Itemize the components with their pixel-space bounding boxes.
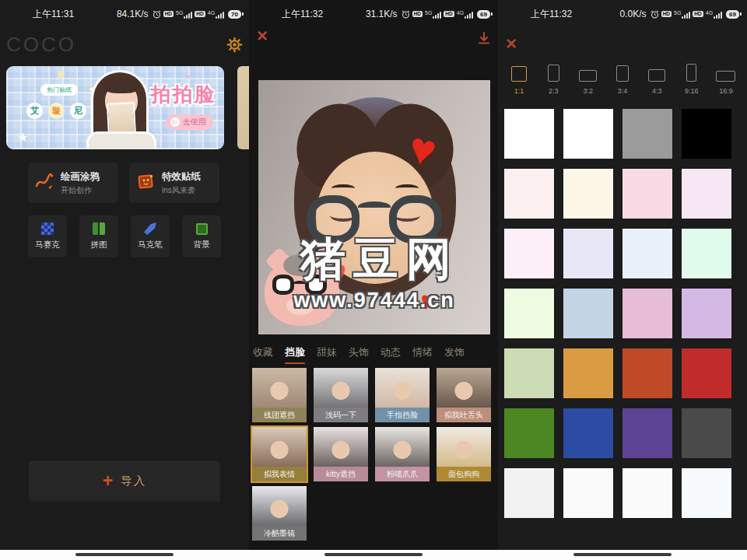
status-bar: 上午11:32 0.0K/s HD 5G HD 4G 69	[498, 0, 747, 23]
color-swatch[interactable]	[504, 468, 554, 518]
battery-icon: 69	[726, 10, 739, 19]
mini-tool-cards-row: 马赛克 拼图 马克笔 背景	[28, 215, 221, 257]
navigation-strip	[498, 550, 747, 560]
color-swatch[interactable]	[563, 289, 613, 338]
tool-card[interactable]: 特效贴纸 ins风来袭	[129, 163, 219, 203]
ratio-16:9[interactable]: 16:9	[710, 64, 742, 95]
color-swatch[interactable]	[504, 348, 554, 398]
color-swatch[interactable]	[504, 169, 554, 219]
tool-card-title: 绘画涂鸦	[61, 170, 100, 184]
sticker-caption: kitty遮挡	[314, 467, 368, 481]
sticker-item[interactable]: 拟我吐舌头	[437, 368, 491, 422]
signal-5g-icon: 5G	[425, 10, 441, 19]
sticker-caption: 浅码一下	[314, 408, 368, 422]
color-swatch[interactable]	[622, 289, 672, 338]
mini-tool-card[interactable]: 拼图	[79, 215, 118, 257]
home-indicator[interactable]	[573, 553, 672, 556]
tool-card-text: 绘画涂鸦 开始创作	[61, 170, 100, 196]
ratio-9:16[interactable]: 9:16	[675, 64, 708, 95]
photo-canvas[interactable]: ♥ ♥ ♥ 猪豆网 www.97444.cn	[258, 80, 490, 334]
color-swatch[interactable]	[622, 468, 672, 518]
banner-cta-button[interactable]: ▷ 去使用	[166, 114, 213, 130]
signal-4g-icon: 4G	[457, 10, 473, 19]
color-swatch[interactable]	[563, 408, 613, 458]
sticker-item[interactable]: 拟我表情	[252, 427, 307, 481]
ratio-2:3[interactable]: 2:3	[537, 64, 570, 95]
ratio-1:1[interactable]: 1:1	[503, 64, 535, 95]
tab-甜妹[interactable]: 甜妹	[317, 345, 337, 364]
mini-tool-card[interactable]: 马克笔	[131, 215, 170, 257]
color-swatch[interactable]	[682, 289, 731, 338]
sticker-item[interactable]: 线团遮挡	[252, 368, 307, 422]
color-swatch[interactable]	[682, 109, 731, 159]
color-swatch[interactable]	[504, 229, 554, 278]
close-icon[interactable]: ×	[506, 34, 517, 53]
sticker-item[interactable]: 面包狗狗	[437, 427, 491, 481]
sticker-item[interactable]: 浅码一下	[314, 368, 368, 422]
color-swatch[interactable]	[563, 109, 613, 159]
glasses-bridge	[358, 201, 391, 212]
sticker-caption: 线团遮挡	[252, 408, 307, 422]
mini-tool-card[interactable]: 马赛克	[28, 215, 67, 257]
color-swatch[interactable]	[563, 468, 613, 518]
signal-5g-icon: 5G	[674, 10, 690, 19]
tab-头饰[interactable]: 头饰	[349, 345, 369, 364]
color-swatch-transparent[interactable]	[504, 109, 554, 159]
tab-挡脸[interactable]: 挡脸	[285, 345, 305, 364]
color-swatch[interactable]	[622, 109, 672, 159]
color-swatch[interactable]	[622, 169, 672, 219]
home-indicator[interactable]	[75, 553, 174, 556]
import-button[interactable]: + 导入	[29, 460, 220, 502]
color-swatch[interactable]	[622, 348, 672, 398]
close-icon[interactable]: ×	[257, 26, 268, 45]
color-swatch[interactable]	[682, 468, 731, 518]
app-logo: COCO	[6, 33, 76, 57]
settings-gear-icon[interactable]	[226, 37, 243, 53]
color-swatch[interactable]	[504, 289, 554, 338]
home-indicator[interactable]	[324, 553, 423, 556]
tab-收藏[interactable]: 收藏	[253, 345, 273, 364]
sticker-item[interactable]: 冷酷墨镜	[252, 486, 307, 541]
tab-发饰[interactable]: 发饰	[444, 345, 465, 364]
next-banner-peek[interactable]	[237, 66, 249, 149]
sticker-caption: 冷酷墨镜	[252, 526, 307, 541]
color-swatch[interactable]	[563, 169, 613, 219]
tab-动态[interactable]: 动态	[381, 345, 401, 364]
tool-card-subtitle: 开始创作	[61, 185, 100, 196]
hd-icon: HD	[195, 11, 205, 18]
avatar-brow	[395, 184, 419, 192]
battery-icon: 70	[228, 10, 241, 19]
watermark-title: 猪豆网	[258, 229, 490, 290]
mini-tool-card[interactable]: 背景	[182, 215, 221, 257]
download-icon[interactable]	[477, 31, 491, 48]
ratio-3:4[interactable]: 3:4	[606, 64, 639, 95]
sticker-caption: 拟我表情	[252, 467, 307, 481]
sticker-caption: 粉喵爪爪	[375, 467, 430, 481]
tool-card-title: 特效贴纸	[162, 170, 201, 184]
color-swatch[interactable]	[682, 169, 731, 219]
color-swatch[interactable]	[504, 408, 554, 458]
sticker-item[interactable]: kitty遮挡	[314, 427, 368, 481]
promo-banner[interactable]: ★ ★ ★ 热门贴纸 艾璇尼丝 拍拍脸 ▷ 去使用	[6, 66, 224, 149]
ratio-4:3[interactable]: 4:3	[640, 64, 673, 95]
color-swatch[interactable]	[563, 229, 613, 278]
collage-icon	[93, 222, 105, 235]
tab-情绪[interactable]: 情绪	[412, 345, 433, 364]
color-swatch[interactable]	[622, 408, 672, 458]
color-swatch[interactable]	[563, 348, 613, 398]
network-speed: 0.0K/s	[620, 9, 647, 19]
sticker-item[interactable]: 手指挡脸	[375, 368, 430, 422]
color-swatch[interactable]	[682, 408, 731, 458]
mosaic-icon	[41, 222, 54, 235]
tool-card[interactable]: 绘画涂鸦 开始创作	[28, 163, 118, 203]
color-swatch[interactable]	[682, 348, 731, 398]
status-icons: HD 5G HD 4G 70	[153, 10, 241, 19]
banner-char: 艾	[26, 103, 43, 119]
color-swatch[interactable]	[622, 229, 672, 278]
ratio-shape-icon	[716, 71, 735, 82]
ratio-3:2[interactable]: 3:2	[572, 64, 605, 95]
color-swatch[interactable]	[682, 229, 731, 278]
sticker-item[interactable]: 粉喵爪爪	[375, 427, 430, 481]
mini-tool-label: 拼图	[91, 240, 107, 250]
plus-icon: +	[103, 472, 113, 490]
